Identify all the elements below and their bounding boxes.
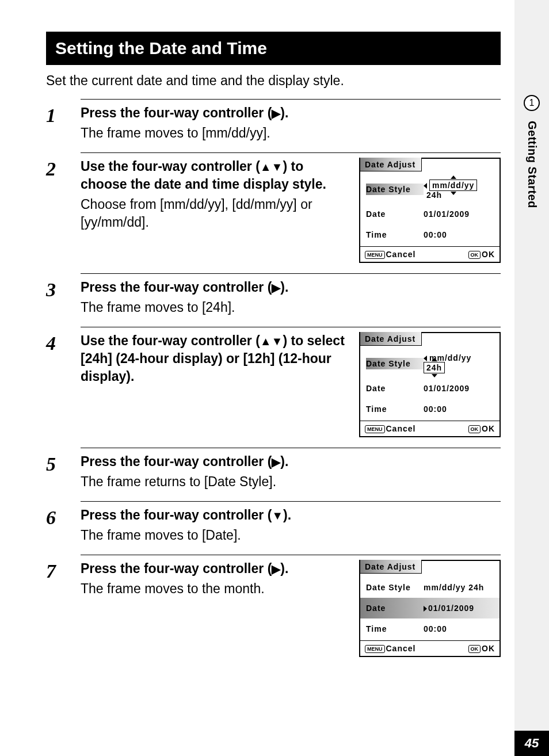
up-caret-icon xyxy=(432,358,437,361)
step-title: Use the four-way controller (▲▼) to sele… xyxy=(81,332,350,385)
step-desc: The frame moves to [Date]. xyxy=(81,526,501,544)
down-caret-icon xyxy=(451,192,456,195)
lcd-label-time: Time xyxy=(366,623,424,635)
step-desc: The frame moves to [24h]. xyxy=(81,299,501,316)
step-desc: The frame returns to [Date Style]. xyxy=(81,473,501,491)
page-content: Setting the Date and Time Set the curren… xyxy=(0,0,501,665)
step: 1 Press the four-way controller (▶). The… xyxy=(46,99,501,150)
right-arrow-icon: ▶ xyxy=(272,563,280,575)
page-number: 45 xyxy=(514,731,549,756)
lcd-value-date: 01/01/2009 xyxy=(424,384,494,392)
lcd-label-style: Date Style xyxy=(366,184,424,195)
step-title-pre: Press the four-way controller ( xyxy=(81,280,272,295)
ok-tag: OK xyxy=(468,425,481,433)
lcd-value-time: 00:00 xyxy=(424,231,494,239)
menu-tag: MENU xyxy=(365,251,385,259)
right-arrow-icon: ▶ xyxy=(272,456,280,468)
step-number: 3 xyxy=(46,273,66,324)
intro-text: Set the current date and time and the di… xyxy=(46,73,501,89)
lcd-title: Date Adjust xyxy=(360,158,422,171)
side-strip: 1 Getting Started 45 xyxy=(514,0,549,756)
cancel-text: Cancel xyxy=(386,250,416,259)
step-title-post: ). xyxy=(280,454,288,469)
lcd-hr: 24h xyxy=(426,190,442,200)
lcd-value-date: 01/01/2009 xyxy=(424,604,494,612)
lcd-label-date: Date xyxy=(366,602,424,614)
lcd-value-time: 00:00 xyxy=(424,625,494,633)
ok-tag: OK xyxy=(468,251,481,259)
step-title-post: ). xyxy=(283,507,291,522)
lcd-panel: Date Adjust Date Style mm/dd/yy 24h Date… xyxy=(359,560,501,657)
up-down-arrow-icon: ▲▼ xyxy=(260,335,283,348)
lcd-cancel: MENUCancel xyxy=(365,425,415,433)
menu-tag: MENU xyxy=(365,645,385,653)
lcd-fmt: mm/dd/yy xyxy=(432,181,474,190)
step-title: Press the four-way controller (▶). xyxy=(81,560,350,578)
step: 7 Press the four-way controller (▶). The… xyxy=(46,555,501,665)
chapter-badge: 1 xyxy=(524,95,540,111)
lcd-value-style: mm/dd/yy 24h xyxy=(424,354,494,373)
step-number: 2 xyxy=(46,152,66,271)
lcd-title: Date Adjust xyxy=(360,332,422,346)
lcd-label-style: Date Style xyxy=(366,582,424,593)
step-number: 4 xyxy=(46,327,66,445)
ok-text: OK xyxy=(482,644,495,653)
up-caret-icon xyxy=(451,175,456,179)
lcd-label-style: Date Style xyxy=(366,358,424,369)
lcd-value-time: 00:00 xyxy=(424,405,494,413)
lcd-date-text: 01/01/2009 xyxy=(428,604,474,613)
lcd-title: Date Adjust xyxy=(360,560,422,574)
lcd-label-date: Date xyxy=(366,383,424,394)
step-title: Press the four-way controller (▶). xyxy=(81,278,501,296)
lcd-label-time: Time xyxy=(366,229,424,240)
step-title: Use the four-way controller (▲▼) to choo… xyxy=(81,158,350,193)
step-desc: The frame moves to [mm/dd/yy]. xyxy=(81,124,501,142)
lcd-panel: Date Adjust Date Style mm/dd/yy 24h Date… xyxy=(359,158,501,263)
step: 4 Use the four-way controller (▲▼) to se… xyxy=(46,327,501,445)
step-title-pre: Use the four-way controller ( xyxy=(81,159,260,174)
down-arrow-icon: ▼ xyxy=(272,509,283,522)
chapter-title: Getting Started xyxy=(525,121,539,208)
step-title-pre: Press the four-way controller ( xyxy=(81,561,272,576)
lcd-hr: 24h xyxy=(426,363,442,372)
chapter-number: 1 xyxy=(525,96,539,110)
step: 5 Press the four-way controller (▶). The… xyxy=(46,448,501,499)
ok-text: OK xyxy=(482,250,495,259)
step: 3 Press the four-way controller (▶). The… xyxy=(46,273,501,324)
lcd-value-style: mm/dd/yy 24h xyxy=(424,180,494,199)
step: 2 Use the four-way controller (▲▼) to ch… xyxy=(46,152,501,271)
up-down-arrow-icon: ▲▼ xyxy=(260,161,283,173)
lcd-value-style: mm/dd/yy 24h xyxy=(424,583,494,591)
lcd-cancel: MENUCancel xyxy=(365,250,415,258)
lcd-hr: 24h xyxy=(468,583,484,592)
right-caret-icon xyxy=(424,606,427,612)
step-title-post: ). xyxy=(280,561,288,576)
step-number: 7 xyxy=(46,555,66,665)
ok-tag: OK xyxy=(468,645,481,653)
step-number: 5 xyxy=(46,448,66,499)
section-heading: Setting the Date and Time xyxy=(46,32,501,65)
cancel-text: Cancel xyxy=(386,424,416,433)
lcd-ok: OKOK xyxy=(468,425,495,433)
menu-tag: MENU xyxy=(365,425,385,433)
step-title-post: ). xyxy=(280,105,288,120)
left-caret-icon xyxy=(424,356,427,361)
lcd-ok: OKOK xyxy=(468,250,495,258)
step-title-post: ). xyxy=(280,280,288,295)
lcd-fmt: mm/dd/yy xyxy=(424,583,466,592)
lcd-cancel: MENUCancel xyxy=(365,644,415,652)
step-desc: The frame moves to the month. xyxy=(81,580,350,598)
step-number: 1 xyxy=(46,99,66,150)
ok-text: OK xyxy=(482,424,495,433)
right-arrow-icon: ▶ xyxy=(272,281,280,294)
step: 6 Press the four-way controller (▼). The… xyxy=(46,501,501,552)
selection-box: 24h xyxy=(424,362,445,373)
lcd-label-date: Date xyxy=(366,208,424,220)
selection-box: mm/dd/yy xyxy=(429,180,477,191)
cancel-text: Cancel xyxy=(386,644,416,653)
step-desc: Choose from [mm/dd/yy], [dd/mm/yy] or [y… xyxy=(81,196,350,231)
step-title: Press the four-way controller (▶). xyxy=(81,453,501,471)
step-number: 6 xyxy=(46,501,66,552)
lcd-label-time: Time xyxy=(366,403,424,415)
step-title-pre: Press the four-way controller ( xyxy=(81,105,272,120)
